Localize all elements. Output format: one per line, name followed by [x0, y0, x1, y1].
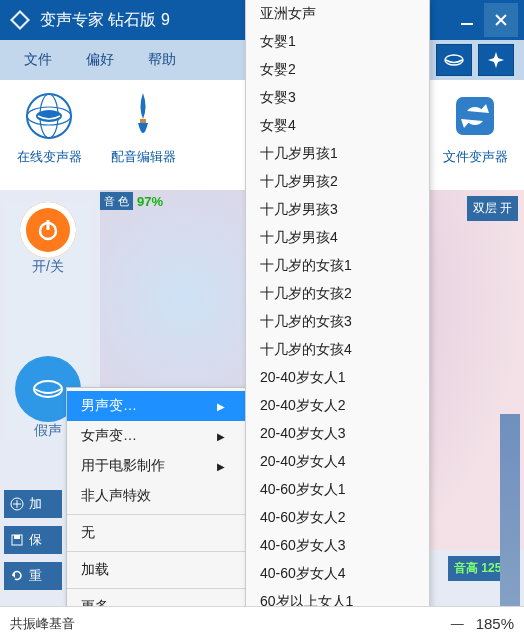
svg-rect-11	[140, 119, 146, 123]
tool-label: 在线变声器	[6, 144, 92, 166]
menu-none[interactable]: 无	[67, 518, 245, 548]
plus-circle-icon	[10, 497, 24, 511]
lips-icon	[31, 377, 65, 401]
save-button[interactable]: 保	[4, 526, 62, 554]
power-button[interactable]	[20, 202, 76, 258]
zoom-minus[interactable]: —	[451, 616, 464, 631]
menu-pref[interactable]: 偏好	[72, 45, 128, 75]
voice-option[interactable]: 十几岁男孩1	[246, 140, 429, 168]
lips-icon[interactable]	[436, 44, 472, 76]
voice-option[interactable]: 十几岁的女孩4	[246, 336, 429, 364]
voice-option[interactable]: 女婴2	[246, 56, 429, 84]
voice-option[interactable]: 20-40岁女人2	[246, 392, 429, 420]
tool-dub-editor[interactable]: 配音编辑器	[100, 88, 186, 166]
svg-point-10	[36, 110, 62, 122]
reset-button[interactable]: 重	[4, 562, 62, 590]
voice-option[interactable]: 20-40岁女人1	[246, 364, 429, 392]
tone-badge: 音 色 97%	[100, 192, 163, 210]
minimize-button[interactable]	[450, 3, 484, 37]
left-action-buttons: 加 保 重	[4, 490, 62, 590]
sparkle-icon[interactable]	[478, 44, 514, 76]
voice-option[interactable]: 女婴3	[246, 84, 429, 112]
refresh-icon	[10, 569, 24, 583]
voice-option[interactable]: 十几岁男孩3	[246, 196, 429, 224]
voice-option[interactable]: 亚洲女声	[246, 0, 429, 28]
context-menu: 男声变… 女声变… 用于电影制作 非人声特效 无 加载 更多	[66, 387, 246, 626]
menu-female-voice[interactable]: 女声变…	[67, 421, 245, 451]
voice-list-flyout: 亚洲女声女婴1女婴2女婴3女婴4十几岁男孩1十几岁男孩2十几岁男孩3十几岁男孩4…	[245, 0, 430, 640]
svg-rect-20	[14, 535, 20, 539]
voice-option[interactable]: 女婴4	[246, 112, 429, 140]
voice-option[interactable]: 40-60岁女人1	[246, 476, 429, 504]
voice-option[interactable]: 40-60岁女人4	[246, 560, 429, 588]
tool-label: 配音编辑器	[100, 144, 186, 166]
voice-option[interactable]: 十几岁的女孩3	[246, 308, 429, 336]
layer-toggle[interactable]: 双层 开	[467, 196, 518, 221]
svg-marker-6	[488, 52, 504, 68]
footer-label: 共振峰基音	[10, 615, 75, 633]
tool-online-voice[interactable]: 在线变声器	[6, 88, 92, 166]
voice-option[interactable]: 十几岁男孩2	[246, 168, 429, 196]
menu-movie[interactable]: 用于电影制作	[67, 451, 245, 481]
voice-option[interactable]: 20-40岁女人3	[246, 420, 429, 448]
voice-option[interactable]: 20-40岁女人4	[246, 448, 429, 476]
app-icon	[6, 6, 34, 34]
power-label: 开/关	[20, 258, 76, 276]
voice-option[interactable]: 女婴1	[246, 28, 429, 56]
svg-point-5	[445, 55, 463, 65]
svg-rect-12	[456, 97, 494, 135]
svg-point-15	[34, 381, 62, 397]
menu-load[interactable]: 加载	[67, 555, 245, 585]
voice-option[interactable]: 十几岁的女孩1	[246, 252, 429, 280]
tool-file-voice[interactable]: 文件变声器	[432, 88, 518, 166]
menu-nonhuman[interactable]: 非人声特效	[67, 481, 245, 511]
refresh-icon	[450, 91, 500, 141]
voice-option[interactable]: 40-60岁女人3	[246, 532, 429, 560]
add-button[interactable]: 加	[4, 490, 62, 518]
tone-label: 音 色	[100, 192, 133, 210]
voice-option[interactable]: 十几岁男孩4	[246, 224, 429, 252]
save-icon	[10, 533, 24, 547]
close-button[interactable]	[484, 3, 518, 37]
tool-label: 文件变声器	[432, 144, 518, 166]
menu-file[interactable]: 文件	[10, 45, 66, 75]
status-bar: 共振峰基音 — 185%	[0, 606, 524, 640]
power-icon	[35, 217, 61, 243]
menu-help[interactable]: 帮助	[134, 45, 190, 75]
tone-percent: 97%	[137, 194, 163, 209]
svg-rect-2	[461, 23, 473, 25]
globe-lips-icon	[22, 89, 76, 143]
zoom-value: 185%	[476, 615, 514, 632]
voice-option[interactable]: 十几岁的女孩2	[246, 280, 429, 308]
menu-male-voice[interactable]: 男声变…	[67, 391, 245, 421]
brush-icon	[120, 89, 166, 143]
voice-option[interactable]: 40-60岁女人2	[246, 504, 429, 532]
